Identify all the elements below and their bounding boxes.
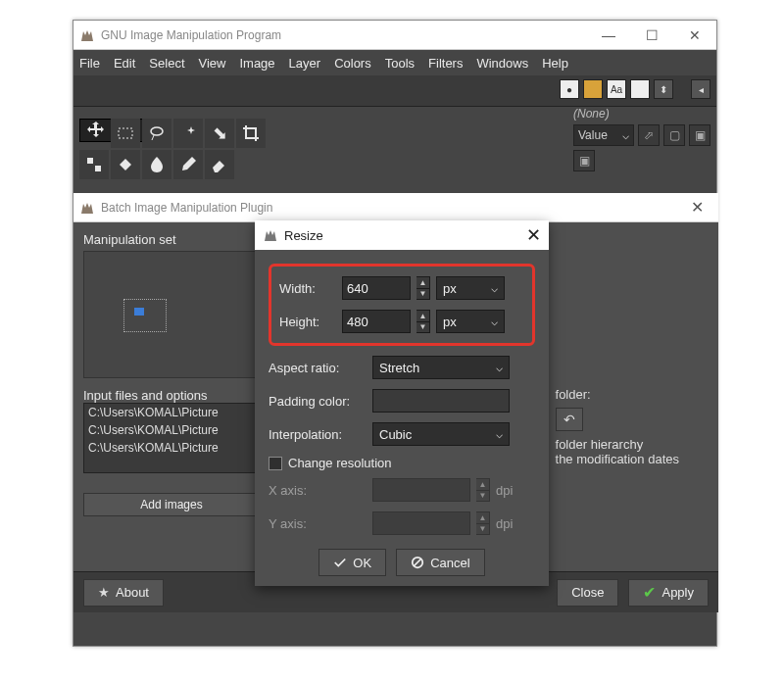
- transform-tool[interactable]: [79, 150, 109, 179]
- padding-label: Padding color:: [269, 394, 367, 409]
- menu-select[interactable]: Select: [149, 56, 184, 71]
- folder-hierarchy-text: folder hierarchy: [556, 437, 679, 452]
- width-unit-select[interactable]: px⌵: [436, 276, 505, 300]
- folder-label: folder:: [556, 387, 591, 402]
- bucket-tool[interactable]: [111, 150, 140, 179]
- file-list[interactable]: C:\Users\KOMAL\Picture C:\Users\KOMAL\Pi…: [83, 403, 260, 473]
- interp-select[interactable]: Cubic⌵: [372, 422, 510, 446]
- status-strip: ● Aa ⬍ ◂: [74, 75, 716, 107]
- change-res-label: Change resolution: [288, 456, 392, 470]
- image-icon[interactable]: ▣: [689, 124, 710, 146]
- menu-windows[interactable]: Windows: [476, 56, 528, 71]
- resize-icon: [263, 227, 278, 243]
- height-spinner[interactable]: ▲▼: [416, 310, 430, 333]
- aspect-select[interactable]: Stretch⌵: [372, 356, 510, 379]
- file-row[interactable]: C:\Users\KOMAL\Picture: [84, 404, 259, 421]
- menu-tools[interactable]: Tools: [385, 56, 415, 71]
- cancel-button[interactable]: Cancel: [396, 549, 484, 576]
- gradient-tool[interactable]: [142, 150, 172, 179]
- menu-image[interactable]: Image: [239, 56, 274, 71]
- svg-point-1: [151, 127, 163, 135]
- path-tool[interactable]: ⬊: [205, 119, 234, 148]
- height-unit-select[interactable]: px⌵: [436, 310, 505, 333]
- manip-step-icon: [123, 299, 167, 332]
- layer-icon[interactable]: ▢: [663, 124, 685, 146]
- svg-rect-0: [119, 128, 132, 138]
- width-label: Width:: [279, 281, 336, 296]
- aspect-label: Aspect ratio:: [269, 361, 367, 375]
- resize-dialog: Resize ✕ Width: 640 ▲▼ px⌵ Height: 480 ▲…: [255, 220, 549, 586]
- menu-colors[interactable]: Colors: [334, 56, 371, 71]
- file-row[interactable]: C:\Users\KOMAL\Picture: [84, 421, 259, 439]
- palette-icon-2[interactable]: [583, 79, 603, 99]
- palette-icon-3[interactable]: [630, 79, 650, 99]
- manip-set-box[interactable]: [83, 251, 260, 378]
- close-main-button[interactable]: ✕: [673, 21, 716, 50]
- maximize-button[interactable]: ☐: [630, 21, 673, 50]
- y-axis-spinner: ▲▼: [476, 511, 490, 535]
- menu-help[interactable]: Help: [542, 56, 568, 71]
- wand-tool[interactable]: [173, 119, 203, 148]
- resize-title: Resize: [284, 228, 323, 243]
- file-row[interactable]: C:\Users\KOMAL\Picture: [84, 439, 259, 457]
- undo-button[interactable]: ↶: [556, 408, 583, 431]
- add-images-button[interactable]: Add images: [83, 493, 260, 516]
- dpi-y: dpi: [496, 516, 513, 531]
- padding-color-swatch[interactable]: [372, 389, 510, 413]
- lasso-tool[interactable]: [142, 119, 172, 148]
- y-axis-label: Y axis:: [269, 516, 367, 531]
- ok-button[interactable]: OK: [318, 549, 386, 576]
- output-folder-area: folder: ↶ folder hierarchy the modificat…: [556, 387, 679, 466]
- arrow-icon[interactable]: ◂: [691, 79, 710, 99]
- width-input[interactable]: 640: [342, 276, 411, 300]
- menu-file[interactable]: File: [79, 56, 100, 71]
- about-button[interactable]: ★About: [83, 579, 164, 607]
- menu-layer[interactable]: Layer: [289, 56, 321, 71]
- apply-button[interactable]: ✔Apply: [628, 579, 709, 607]
- rect-select-tool[interactable]: [111, 119, 140, 148]
- plugin-close-button[interactable]: ✕: [675, 193, 718, 222]
- brush-tool[interactable]: [173, 150, 203, 179]
- height-label: Height:: [279, 315, 336, 329]
- x-axis-input: [372, 478, 470, 502]
- minimize-button[interactable]: —: [587, 21, 630, 50]
- image-none-label: (None): [573, 107, 710, 121]
- resize-titlebar: Resize ✕: [255, 220, 549, 250]
- folder-dates-text: the modification dates: [556, 452, 679, 466]
- plugin-icon: [79, 200, 95, 216]
- x-axis-label: X axis:: [269, 483, 367, 498]
- plugin-titlebar: Batch Image Manipulation Plugin ✕: [74, 193, 718, 222]
- external-icon[interactable]: ⬀: [638, 124, 660, 146]
- menubar: File Edit Select View Image Layer Colors…: [74, 50, 716, 75]
- menu-edit[interactable]: Edit: [114, 56, 135, 71]
- menu-filters[interactable]: Filters: [428, 56, 463, 71]
- toolbox: ⬊: [79, 119, 266, 179]
- right-dock: (None) Value⌵ ⬀ ▢ ▣ ▣: [573, 107, 710, 171]
- dpi-x: dpi: [496, 483, 513, 498]
- main-titlebar: GNU Image Manipulation Program — ☐ ✕: [74, 21, 716, 50]
- width-spinner[interactable]: ▲▼: [416, 276, 430, 300]
- value-dropdown[interactable]: Value⌵: [573, 124, 634, 146]
- crop-tool[interactable]: [236, 119, 266, 148]
- x-axis-spinner: ▲▼: [476, 478, 490, 502]
- extra-icon[interactable]: ▣: [573, 150, 595, 171]
- dimensions-highlight: Width: 640 ▲▼ px⌵ Height: 480 ▲▼ px⌵: [269, 264, 535, 346]
- y-axis-input: [372, 511, 470, 535]
- text-icon[interactable]: Aa: [607, 79, 626, 99]
- eraser-tool[interactable]: [205, 150, 234, 179]
- close-button[interactable]: Close: [557, 579, 618, 607]
- palette-icon-1[interactable]: ●: [560, 79, 579, 99]
- histogram-icon[interactable]: ⬍: [654, 79, 673, 99]
- resize-close-button[interactable]: ✕: [526, 224, 541, 246]
- interp-label: Interpolation:: [269, 427, 367, 442]
- main-title: GNU Image Manipulation Program: [101, 28, 587, 42]
- plugin-title: Batch Image Manipulation Plugin: [101, 201, 675, 215]
- svg-line-3: [415, 559, 421, 566]
- height-input[interactable]: 480: [342, 310, 411, 333]
- app-icon: [79, 27, 95, 43]
- menu-view[interactable]: View: [199, 56, 226, 71]
- change-res-checkbox[interactable]: [269, 457, 282, 470]
